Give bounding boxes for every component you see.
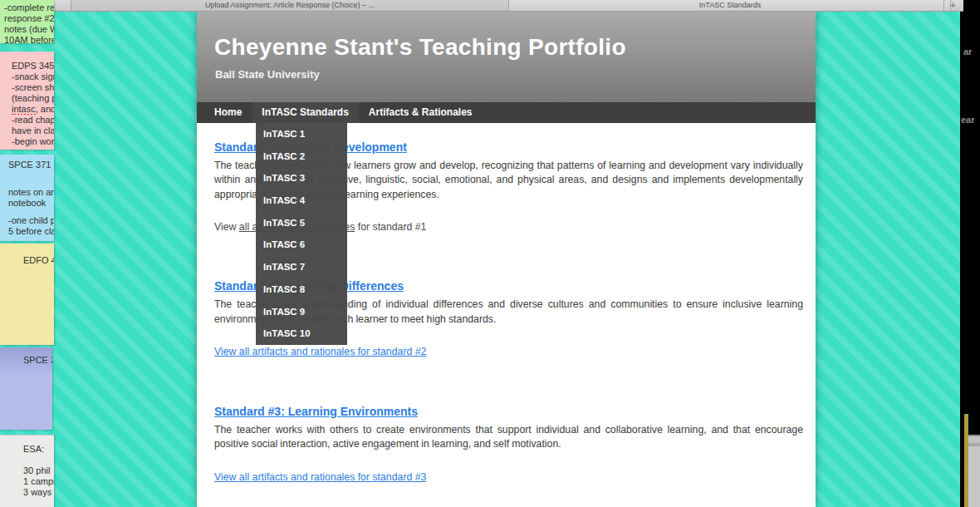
menu-item-intasc-1[interactable]: InTASC 1 (256, 123, 347, 145)
note-line: 3 ways n m (23, 487, 54, 498)
background-window-text-fragment: ar (963, 47, 972, 57)
sticky-note-esa[interactable]: ESA: 30 phil 1 campus r 3 ways n m (0, 435, 54, 507)
nav-item-intasc-standards[interactable]: InTASC Standards (252, 102, 358, 123)
note-line: -snack sign (12, 71, 54, 82)
browser-tab-upload-assignment[interactable]: Upload Assignment: Article Response (Cho… (71, 0, 509, 11)
note-line: -read chapte (12, 115, 54, 126)
note-line: notebook (8, 198, 54, 209)
note-line: response #2 (4, 13, 54, 24)
menu-item-intasc-9[interactable]: InTASC 9 (256, 301, 347, 323)
sticky-note-spce-371[interactable]: SPCE 371 notes on art notebook -one chil… (0, 155, 54, 241)
note-line: EDPS 345 (12, 61, 54, 71)
note-line: , and a (36, 104, 54, 114)
portfolio-page: Cheyenne Stant's Teaching Portfolio Ball… (197, 12, 816, 507)
view-prefix: View (214, 221, 239, 233)
intasc-dropdown-menu: InTASC 1 InTASC 2 InTASC 3 InTASC 4 InTA… (256, 123, 347, 345)
menu-item-intasc-10[interactable]: InTASC 10 (256, 322, 347, 345)
new-tab-icon[interactable]: + (943, 0, 962, 11)
note-line: 30 phil (23, 465, 54, 476)
menu-item-intasc-3[interactable]: InTASC 3 (256, 167, 347, 190)
site-header: Cheyenne Stant's Teaching Portfolio Ball… (197, 12, 816, 102)
sticky-note-todo[interactable]: -complete re response #2 notes (due W 10… (0, 0, 54, 43)
view-suffix: for standard #1 (355, 221, 426, 233)
sticky-note-edfo-420[interactable]: EDFO 420 (0, 244, 54, 345)
note-title: ESA: (23, 444, 54, 455)
note-line: -begin work (12, 136, 54, 147)
background-window-text-fragment: ear (961, 115, 975, 125)
menu-item-intasc-8[interactable]: InTASC 8 (256, 278, 347, 301)
menu-item-intasc-5[interactable]: InTASC 5 (256, 212, 347, 234)
standard-3-view-link[interactable]: View all artifacts and rationales for st… (214, 471, 426, 483)
nav-item-artifacts-rationales[interactable]: Artifacts & Rationales (359, 102, 483, 123)
note-title: SPCE 371 (8, 160, 54, 170)
misspelled-word: intasc (12, 104, 36, 115)
page-title: Cheyenne Stant's Teaching Portfolio (197, 12, 816, 61)
nav-item-home[interactable]: Home (204, 102, 252, 123)
browser-tab-intasc-standards[interactable]: InTASC Standards (510, 0, 951, 11)
browser-tab-bar: Upload Assignment: Article Response (Cho… (49, 0, 963, 12)
note-line: have in clas (12, 126, 54, 136)
note-line: 5 before cla (8, 226, 54, 237)
sticky-note-edps-345[interactable]: EDPS 345 -snack sign -screen sho (teachi… (0, 52, 54, 150)
page-subtitle: Ball State University (197, 61, 816, 81)
site-navbar: Home InTASC Standards Artifacts & Ration… (197, 102, 816, 123)
note-line: notes (due W (4, 24, 54, 35)
desktop-background-strip: ar ear (960, 0, 980, 507)
menu-item-intasc-4[interactable]: InTASC 4 (256, 190, 347, 212)
note-title: SPCE 309 (23, 355, 52, 366)
sticky-note-spce-309[interactable]: SPCE 309 (0, 347, 52, 430)
note-line: -screen sho (12, 82, 54, 93)
note-line: 1 campus r (23, 476, 54, 487)
menu-item-intasc-6[interactable]: InTASC 6 (256, 234, 347, 256)
menu-item-intasc-2[interactable]: InTASC 2 (256, 145, 347, 168)
standard-2-view-link[interactable]: View all artifacts and rationales for st… (214, 346, 426, 357)
standard-3-description: The teacher works with others to create … (214, 423, 803, 452)
note-line: notes on art (8, 187, 54, 198)
menu-item-intasc-7[interactable]: InTASC 7 (256, 256, 347, 278)
note-line: (teaching ph (12, 93, 54, 104)
note-line: -one child p (8, 215, 54, 226)
standard-3-heading-link[interactable]: Standard #3: Learning Environments (214, 405, 418, 418)
background-window-panel (968, 435, 980, 507)
note-line: -complete re (4, 2, 54, 13)
note-title: EDFO 420 (23, 255, 54, 266)
note-line: 10AM before (4, 35, 54, 43)
